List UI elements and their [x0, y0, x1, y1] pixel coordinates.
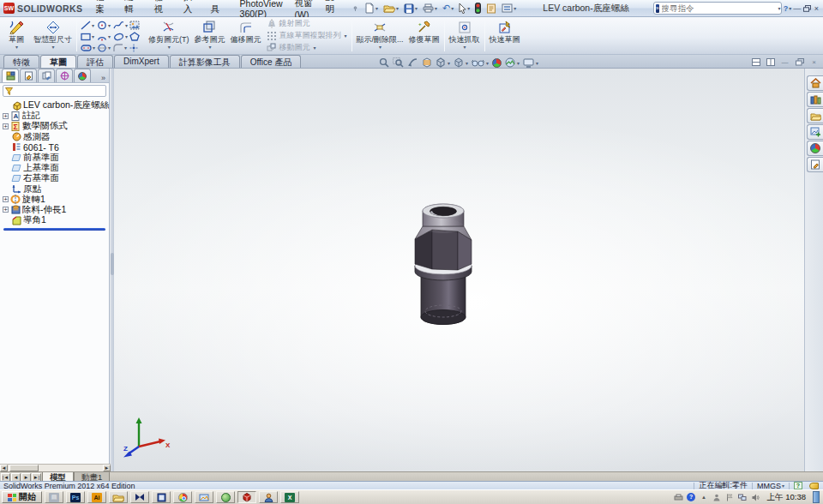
repair-sketch-button[interactable]: + 修復草圖 [406, 18, 442, 53]
hidden-icons-button[interactable]: ▲ [700, 493, 709, 501]
taskbar-paint-button[interactable] [195, 491, 213, 503]
part-model-flanged-nut[interactable] [401, 201, 485, 329]
tab-evaluate[interactable]: 評估 [77, 55, 113, 68]
taskbar-browser-button[interactable] [216, 491, 235, 503]
linear-sketch-pattern-button[interactable]: 直線草圖複製排列 ▾ [267, 30, 347, 41]
dropdown-caret-icon[interactable]: ▾ [92, 22, 94, 28]
dropdown-caret-icon[interactable]: ▾ [486, 60, 489, 66]
printer-tray-icon[interactable] [674, 493, 683, 501]
start-button[interactable]: 開始 [2, 491, 42, 503]
dimxpertmanager-tab[interactable] [56, 69, 73, 82]
centerline-tool-button[interactable]: ▾ [97, 42, 111, 53]
tree-item-right-plane[interactable]: 右基準面 [2, 173, 109, 183]
rollback-bar[interactable] [3, 228, 105, 231]
dropdown-caret-icon[interactable]: ▾ [517, 60, 520, 66]
rectangle-tool-button[interactable]: ▾ [81, 31, 95, 42]
taskbar-media-player-button[interactable] [130, 491, 149, 503]
dropdown-caret-icon[interactable]: ▾ [108, 45, 111, 51]
view-palette-button[interactable] [807, 124, 823, 140]
mirror-entities-button[interactable]: 鏡射圖元 [267, 18, 347, 29]
save-button[interactable]: ▾ [402, 2, 419, 15]
configurationmanager-tab[interactable] [38, 69, 55, 82]
displaymanager-tab[interactable] [74, 69, 91, 82]
sketch-button[interactable]: 草圖 ▾ [2, 18, 31, 53]
dropdown-caret-icon[interactable]: ▾ [125, 33, 128, 39]
help-tray-icon[interactable]: ? [687, 493, 696, 501]
flag-tray-icon[interactable] [725, 493, 735, 501]
network-tray-icon[interactable] [738, 493, 748, 501]
print-button[interactable]: ▾ [421, 2, 439, 15]
taskbar-notebook-button[interactable] [152, 491, 171, 503]
tree-filter-bar[interactable] [3, 85, 106, 97]
tab-features[interactable]: 特徵 [3, 55, 39, 68]
search-command-box[interactable]: » ▾ [653, 2, 782, 15]
circle-tool-button[interactable]: ▾ [97, 20, 111, 31]
tree-root[interactable]: LEV carbon-底座螺絲 (外管下蓋- [2, 100, 109, 111]
offset-entities-button[interactable]: 偏移圖元 [228, 18, 264, 53]
tree-item-equations[interactable]: + Σ 數學關係式 [2, 121, 109, 131]
doc-minimize-button[interactable]: — [779, 57, 790, 67]
dropdown-caret-icon[interactable]: ▾ [448, 60, 450, 66]
show-desktop-button[interactable] [813, 491, 820, 503]
point-tool-button[interactable] [129, 42, 144, 53]
view-settings-button[interactable]: ▾ [523, 58, 538, 68]
viewport-split-vertical-button[interactable] [765, 57, 776, 67]
expand-icon[interactable]: + [3, 123, 9, 129]
file-explorer-button[interactable] [807, 108, 823, 123]
tag-icon[interactable] [809, 483, 819, 489]
scroll-right-button[interactable]: ► [103, 465, 111, 471]
dropdown-caret-icon[interactable]: ▾ [93, 45, 95, 51]
design-library-button[interactable] [807, 92, 823, 107]
dropdown-caret-icon[interactable]: ▾ [92, 33, 94, 39]
tree-item-sensors[interactable]: 感測器 [2, 132, 109, 142]
section-view-button[interactable] [422, 57, 432, 68]
tab-office-products[interactable]: Office 產品 [241, 55, 302, 68]
expand-icon[interactable]: + [3, 196, 9, 202]
search-input[interactable] [659, 3, 778, 13]
featuremanager-tab[interactable] [2, 69, 19, 82]
taskbar-photoshop-button[interactable]: Ps [66, 491, 85, 503]
arc-tool-button[interactable]: ▾ [97, 31, 111, 42]
taskbar-file-manager-button[interactable]: ▤ [45, 491, 63, 503]
select-button[interactable]: ▾ [457, 2, 472, 15]
propertymanager-tab[interactable] [20, 69, 37, 82]
taskbar-solidworks-button[interactable] [237, 491, 256, 503]
trim-entities-button[interactable]: 修剪圖元(T) ▾ [146, 18, 192, 53]
custom-properties-button[interactable] [807, 157, 823, 172]
tree-horizontal-scrollbar[interactable]: ◄ ► [0, 464, 111, 471]
taskbar-clock[interactable]: 上午 10:38 [764, 492, 809, 503]
doc-restore-button[interactable] [794, 57, 805, 67]
quick-snaps-button[interactable]: 快速抓取 ▾ [447, 18, 483, 53]
taskbar-excel-button[interactable]: X [280, 491, 299, 503]
undo-button[interactable]: ↶ ▾ [441, 2, 455, 15]
scroll-thumb[interactable] [9, 465, 39, 471]
previous-view-button[interactable] [407, 57, 418, 68]
tab-sketch[interactable]: 草圖 [40, 55, 76, 68]
panel-tabs-overflow-button[interactable]: » [98, 74, 109, 82]
messenger-tray-icon[interactable] [712, 493, 722, 501]
units-selector[interactable]: MMGS [757, 482, 781, 490]
spline-tool-button[interactable]: ▾ [113, 20, 128, 31]
help-button[interactable]: ?▾ [784, 3, 792, 14]
tree-item-annotations[interactable]: + A 註記 [2, 111, 109, 121]
display-delete-relations-button[interactable]: 顯示/刪除限... ▾ [354, 18, 406, 53]
open-file-button[interactable]: ▾ [381, 2, 400, 15]
zoom-area-button[interactable] [393, 57, 404, 68]
dropdown-caret-icon[interactable]: ▾ [536, 60, 538, 66]
hide-show-items-button[interactable]: ▾ [472, 58, 489, 67]
close-button[interactable]: × [813, 3, 820, 14]
sketch-picture-button[interactable] [129, 20, 144, 31]
slot-tool-button[interactable]: ▾ [81, 42, 95, 53]
tree-item-top-plane[interactable]: 上基準面 [2, 163, 109, 173]
dropdown-caret-icon[interactable]: ▾ [466, 60, 468, 66]
doc-close-button[interactable]: × [808, 57, 820, 67]
appearances-scenes-button[interactable] [807, 141, 823, 156]
tab-dimxpert[interactable]: DimXpert [114, 55, 169, 68]
new-file-button[interactable]: ▾ [363, 2, 380, 15]
restore-button[interactable] [802, 3, 810, 14]
edit-appearance-button[interactable] [492, 58, 502, 68]
expand-icon[interactable]: + [3, 113, 9, 119]
quick-tips-help-button[interactable]: ? [794, 482, 802, 489]
tree-item-cut-extrude1[interactable]: + 除料-伸長1 [2, 205, 109, 215]
scroll-left-button[interactable]: ◄ [0, 465, 8, 471]
